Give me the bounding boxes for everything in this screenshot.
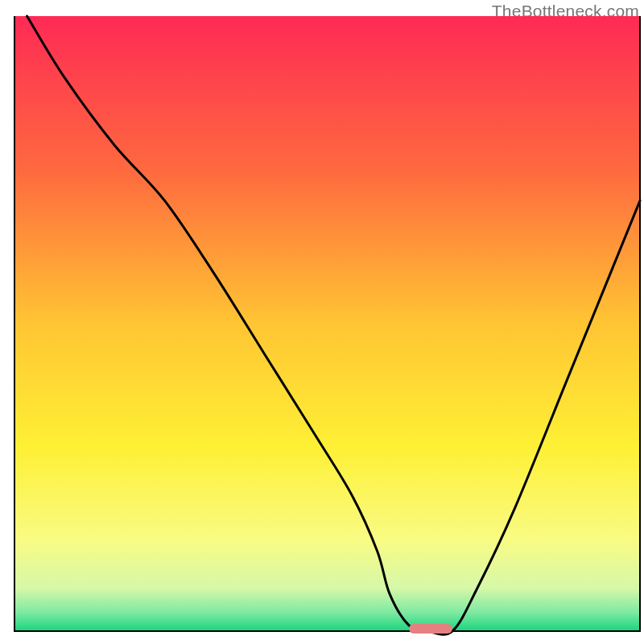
gradient-bg xyxy=(14,16,640,631)
optimal-marker xyxy=(409,624,452,634)
bottleneck-chart: TheBottleneck.com xyxy=(0,0,644,644)
chart-svg xyxy=(0,0,644,644)
